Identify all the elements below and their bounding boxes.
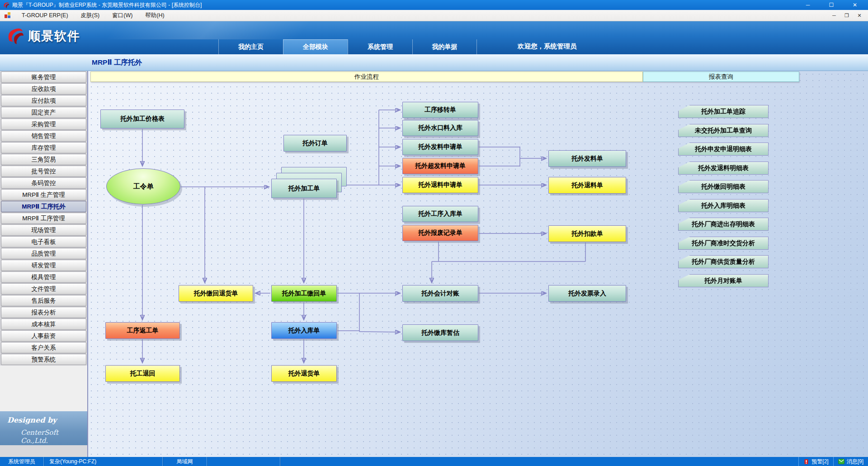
menu-item-erp[interactable]: T-GROUP ERP(E)	[15, 10, 75, 21]
sidebar-filler	[0, 366, 87, 411]
tab-system-admin[interactable]: 系统管理	[348, 39, 412, 54]
menu-app-icon	[5, 12, 11, 19]
sidebar-item-mrp2-outsourcing[interactable]: MRPⅡ 工序托外	[1, 201, 86, 212]
sidebar-item-lot-control[interactable]: 批号管控	[1, 166, 86, 177]
alert-icon	[803, 459, 809, 465]
flow-node-process-stockin[interactable]: 托外工序入库单	[402, 206, 478, 222]
company-text: CenterSoft Co.,Ltd.	[21, 428, 87, 445]
welcome-text: 欢迎您，系统管理员	[518, 42, 577, 51]
flow-node-goods-return[interactable]: 托外退货单	[271, 365, 337, 382]
sidebar-item-mrp2-process[interactable]: MRPⅡ 工序管理	[1, 213, 86, 224]
flow-node-stock-in[interactable]: 托外入库单	[271, 322, 337, 339]
minimize-icon[interactable]: ─	[801, 2, 815, 8]
flow-node-work-order[interactable]: 工令单	[106, 168, 180, 204]
report-btn-vendor-ontime[interactable]: 托外厂商准时交货分析	[678, 237, 769, 250]
status-user: 系统管理员	[0, 457, 44, 466]
sidebar-item-purchasing[interactable]: 采购管理	[1, 119, 86, 130]
flow-section-header: 作业流程	[90, 71, 643, 82]
mdi-close-icon[interactable]: ✕	[855, 13, 863, 19]
flow-node-outsource-order[interactable]: 托外订单	[283, 135, 347, 152]
flow-node-stockin-estimate[interactable]: 托外缴库暂估	[402, 324, 478, 341]
flow-node-process-rework[interactable]: 工序返工单	[105, 322, 180, 339]
window-title: 顺景『T-GROUP』制造业ERP系统 - 东莞顺景软件科技有限公司 - [系统…	[12, 1, 801, 9]
sidebar-item-rnd[interactable]: 研发管理	[1, 260, 86, 271]
sidebar-item-barcode-control[interactable]: 条码管控	[1, 177, 86, 189]
sidebar-item-sales[interactable]: 销售管理	[1, 130, 86, 142]
flow-node-submit-return-goods[interactable]: 托外缴回退货单	[179, 285, 253, 302]
flow-node-deduction[interactable]: 托外扣款单	[548, 225, 626, 242]
menu-item-window[interactable]: 窗口(W)	[106, 10, 139, 21]
status-blank	[207, 457, 280, 466]
flow-node-invoice-entry[interactable]: 托外发票录入	[548, 285, 626, 302]
status-alerts[interactable]: 预警[2]	[798, 457, 833, 466]
app-logo-icon	[3, 2, 9, 9]
report-btn-tracking[interactable]: 托外加工单追踪	[678, 105, 769, 118]
sidebar-item-costing[interactable]: 成本核算	[1, 319, 86, 330]
menu-item-skin[interactable]: 皮肤(S)	[75, 10, 106, 21]
window-titlebar: 顺景『T-GROUP』制造业ERP系统 - 东莞顺景软件科技有限公司 - [系统…	[0, 0, 868, 10]
flow-node-process-submit[interactable]: 托外加工缴回单	[271, 285, 337, 302]
brand-name: 顺景软件	[28, 28, 80, 44]
report-btn-vendor-io-detail[interactable]: 托外厂商进出存明细表	[678, 218, 769, 231]
tab-my-documents[interactable]: 我的单据	[412, 39, 477, 54]
menu-item-help[interactable]: 帮助(H)	[139, 10, 170, 21]
flow-node-process-sheet[interactable]: 托外加工单	[271, 179, 337, 198]
erp-window: 顺景『T-GROUP』制造业ERP系统 - 东莞顺景软件科技有限公司 - [系统…	[0, 0, 868, 466]
sidebar-item-fixed-assets[interactable]: 固定资产	[1, 107, 86, 118]
tab-all-modules[interactable]: 全部模块	[283, 39, 348, 54]
page-title: MRPⅡ 工序托外	[92, 54, 142, 71]
mdi-restore-icon[interactable]: ❐	[843, 13, 851, 19]
flow-node-material-issue-request[interactable]: 托外发料申请单	[402, 139, 478, 155]
status-messages[interactable]: 消息[9]	[833, 457, 868, 466]
sidebar-item-kanban[interactable]: 电子看板	[1, 236, 86, 247]
flow-node-scrap-record[interactable]: 托外报废记录单	[402, 225, 478, 241]
report-btn-stockin-detail[interactable]: 托外入库明细表	[678, 199, 769, 212]
status-alerts-label: 预警[2]	[811, 458, 828, 466]
sidebar-item-crm[interactable]: 客户关系	[1, 342, 86, 353]
sidebar-item-payables[interactable]: 应付款项	[1, 95, 86, 106]
sidebar-item-hr-payroll[interactable]: 人事薪资	[1, 330, 86, 342]
sidebar-footer: Designed by CenterSoft Co.,Ltd.	[0, 411, 87, 445]
flow-node-material-issue[interactable]: 托外发料单	[548, 150, 626, 167]
sidebar-item-after-sales[interactable]: 售后服务	[1, 295, 86, 306]
sidebar-item-inventory[interactable]: 库存管理	[1, 142, 86, 153]
status-spacer	[280, 457, 798, 466]
report-btn-open-orders[interactable]: 未交托外加工单查询	[678, 124, 769, 137]
report-btn-submit-detail[interactable]: 托外缴回明细表	[678, 180, 769, 193]
sidebar-item-accounting[interactable]: 账务管理	[1, 71, 86, 83]
flow-node-material-return[interactable]: 托外退料单	[548, 177, 626, 194]
flow-node-over-issue-request[interactable]: 托外超发料申请单	[402, 158, 478, 174]
sidebar-item-mrp2-production[interactable]: MRPⅡ 生产管理	[1, 189, 86, 200]
report-btn-request-detail[interactable]: 托外申发申退明细表	[678, 143, 769, 156]
sidebar-item-receivables[interactable]: 应收款项	[1, 83, 86, 95]
sidebar-item-quality[interactable]: 品质管理	[1, 248, 86, 259]
sidebar-item-shopfloor[interactable]: 现场管理	[1, 224, 86, 236]
brand-swoosh-icon	[5, 27, 24, 46]
message-icon	[838, 459, 844, 464]
close-icon[interactable]: ✕	[848, 2, 862, 8]
sidebar-item-triangle-trade[interactable]: 三角贸易	[1, 154, 86, 165]
header-banner: 顺景软件 我的主页 全部模块 系统管理 我的单据 欢迎您，系统管理员 │ 11月…	[0, 21, 868, 54]
menu-bar: T-GROUP ERP(E) 皮肤(S) 窗口(W) 帮助(H) ─ ❐ ✕	[0, 10, 868, 21]
sidebar-item-documents[interactable]: 文件管理	[1, 283, 86, 295]
tab-my-home[interactable]: 我的主页	[218, 39, 283, 54]
report-btn-issue-return-detail[interactable]: 托外发退料明细表	[678, 162, 769, 175]
brand-logo: 顺景软件	[5, 27, 80, 46]
flow-node-material-return-request[interactable]: 托外退料申请单	[402, 177, 478, 193]
report-section-header: 报表查询	[643, 71, 799, 82]
maximize-icon[interactable]: ☐	[825, 2, 838, 8]
report-btn-vendor-quality[interactable]: 托外厂商供货质量分析	[678, 255, 769, 268]
designed-by-text: Designed by	[7, 416, 57, 424]
flow-node-process-transfer[interactable]: 工序移转单	[402, 102, 478, 118]
sidebar-item-alert-system[interactable]: 预警系统	[1, 354, 86, 365]
sidebar-item-report-analysis[interactable]: 报表分析	[1, 307, 86, 318]
mdi-minimize-icon[interactable]: ─	[830, 13, 838, 19]
status-messages-label: 消息[9]	[847, 458, 863, 466]
flow-node-labor-return[interactable]: 托工退回	[105, 365, 180, 382]
flow-node-accounting-reconcile[interactable]: 托外会计对账	[402, 285, 478, 302]
flow-node-nozzle-material-in[interactable]: 托外水口料入库	[402, 120, 478, 136]
page-title-bar: MRPⅡ 工序托外	[0, 54, 868, 71]
flow-node-price-list[interactable]: 托外加工价格表	[100, 109, 184, 128]
sidebar-item-mold[interactable]: 模具管理	[1, 271, 86, 283]
report-btn-monthly-statement[interactable]: 托外月对账单	[678, 274, 769, 287]
